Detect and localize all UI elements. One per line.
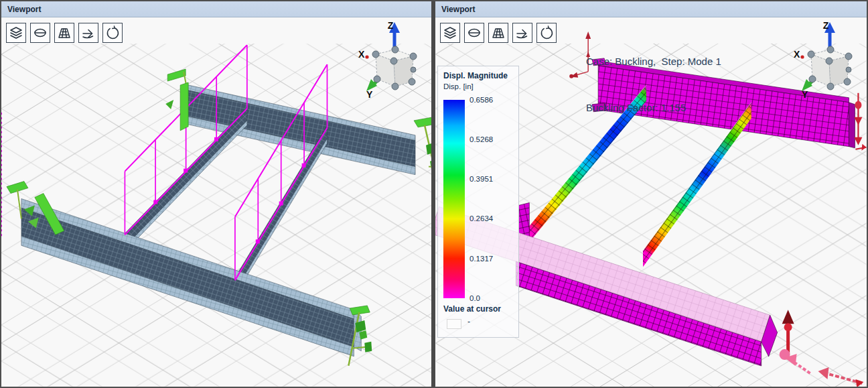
left-3d-scene[interactable]: Z X Y	[1, 18, 431, 387]
export-arrow-icon	[81, 25, 96, 40]
cursor-value: -	[467, 317, 470, 326]
buckling-factor-line: Buckling Factor: 1.155	[586, 100, 721, 115]
rotate-button[interactable]	[536, 23, 557, 43]
export-arrow-icon	[515, 25, 530, 40]
axis-z-label: Z	[823, 20, 829, 31]
legend-value: 0.2634	[469, 214, 493, 222]
floor-grid-icon	[491, 25, 506, 40]
rotate-ccw-icon	[105, 25, 120, 40]
value-at-cursor-label: Value at cursor	[443, 304, 501, 314]
legend-value: 0.6586	[469, 96, 493, 104]
floor-grid-button[interactable]	[54, 23, 74, 43]
viewport-title: Viewport	[441, 5, 475, 14]
viewport-title: Viewport	[7, 5, 41, 14]
legend-value: 0.5268	[469, 135, 493, 143]
layers-button[interactable]	[6, 23, 26, 43]
result-case-info: Case: Buckling, Step: Mode 1 Buckling Fa…	[586, 23, 721, 146]
export-arrow-button[interactable]	[512, 23, 532, 43]
legend-color-bar	[443, 100, 465, 298]
rotate-button[interactable]	[102, 23, 123, 43]
cursor-color-swatch	[447, 319, 461, 329]
axis-x-label: X	[358, 49, 365, 60]
axis-y-label: Y	[802, 89, 808, 99]
right-toolbar	[440, 23, 557, 43]
left-toolbar	[6, 23, 123, 43]
right-viewport-titlebar: Viewport	[435, 1, 867, 17]
layers-button[interactable]	[440, 23, 460, 43]
axis-x-label: X	[794, 49, 800, 60]
legend-value: 0.0	[469, 294, 480, 302]
left-viewport: Viewport	[1, 1, 431, 387]
rotate-ccw-icon	[539, 25, 554, 40]
floor-grid-button[interactable]	[488, 23, 508, 43]
floor-grid-icon	[57, 25, 72, 40]
legend-value: 0.1317	[469, 255, 493, 263]
layers-icon	[443, 25, 457, 40]
clip-disk-icon	[33, 25, 48, 40]
right-viewport: Viewport	[435, 1, 867, 387]
case-step-line: Case: Buckling, Step: Mode 1	[586, 54, 721, 69]
clip-disk-button[interactable]	[464, 23, 484, 43]
legend-subtitle: Disp. [in]	[443, 82, 474, 90]
axis-z-label: Z	[388, 20, 394, 31]
axis-y-label: Y	[366, 89, 373, 99]
x-axis-dot	[800, 55, 804, 58]
right-nav-cube[interactable]: Z X Y	[792, 19, 861, 99]
left-viewport-titlebar: Viewport	[1, 1, 431, 17]
legend-title: Displ. Magnitude	[443, 71, 508, 80]
layers-icon	[9, 25, 23, 40]
cae-app-window: Viewport	[0, 0, 868, 388]
right-3d-scene[interactable]: Case: Buckling, Step: Mode 1 Buckling Fa…	[435, 18, 867, 387]
left-nav-cube[interactable]: Z X Y	[357, 19, 425, 99]
x-axis-dot	[365, 55, 368, 58]
clip-disk-icon	[467, 25, 482, 40]
export-arrow-button[interactable]	[78, 23, 98, 43]
clip-disk-button[interactable]	[30, 23, 50, 43]
result-legend-panel: Displ. Magnitude Disp. [in] 0.6586 0.526…	[437, 66, 519, 338]
legend-value: 0.3951	[469, 175, 493, 183]
